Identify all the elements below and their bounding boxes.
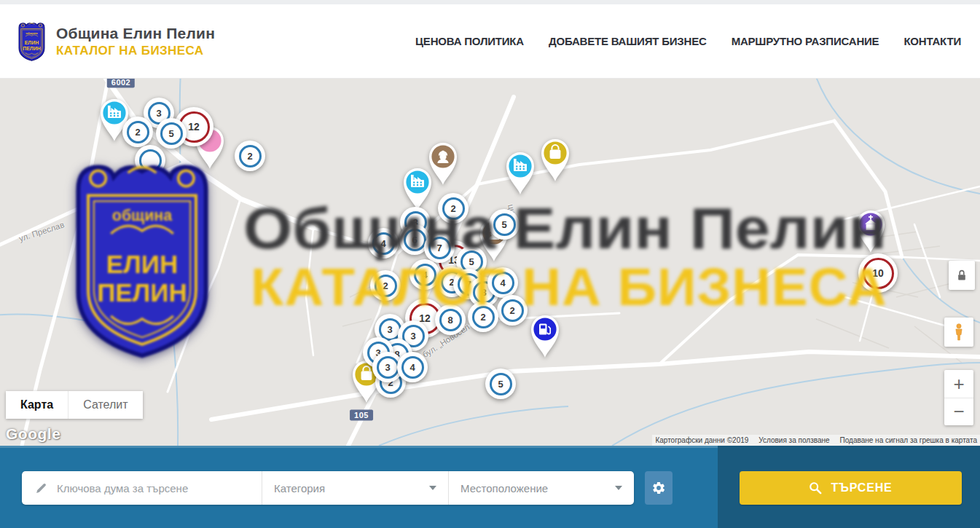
cluster-marker[interactable]: 2	[468, 302, 498, 332]
svg-text:ПЕЛИН: ПЕЛИН	[23, 45, 41, 50]
chevron-down-icon	[429, 486, 436, 490]
main-nav: ЦЕНОВА ПОЛИТИКА ДОБАВЕТЕ ВАШИЯТ БИЗНЕС М…	[415, 35, 961, 47]
cluster-marker[interactable]: 5	[156, 118, 187, 149]
terms-link[interactable]: Условия за ползване	[758, 436, 829, 444]
cluster-marker[interactable]	[135, 145, 165, 176]
svg-text:ЕЛИН: ЕЛИН	[25, 39, 39, 44]
pencil-icon	[35, 482, 47, 494]
zoom-in-button[interactable]: +	[944, 370, 973, 398]
cluster-marker[interactable]: 2	[438, 193, 469, 224]
search-icon	[809, 481, 822, 494]
cluster-marker[interactable]: 4	[409, 259, 440, 290]
site-subtitle: КАТАЛОГ НА БИЗНЕСА	[56, 44, 215, 58]
search-bar: Категория Местоположение ТЪРСЕНЕ	[0, 446, 980, 528]
nav-link-timetable[interactable]: МАРШРУТНО РАЗПИСАНИЕ	[732, 35, 879, 47]
gear-icon	[651, 481, 666, 495]
cluster-marker[interactable]: 2	[122, 117, 153, 147]
report-error-link[interactable]: Подаване на сигнал за грешка в картата	[840, 436, 977, 444]
search-group: Категория Местоположение	[22, 471, 634, 505]
municipality-crest-icon: община ЕЛИН ПЕЛИН	[16, 20, 47, 63]
keyword-input[interactable]	[57, 482, 262, 494]
header: община ЕЛИН ПЕЛИН Община Елин Пелин КАТА…	[0, 4, 980, 79]
cluster-marker[interactable]: 5	[485, 369, 516, 399]
map-type-control: Карта Сателит	[6, 391, 143, 419]
nav-link-pricing[interactable]: ЦЕНОВА ПОЛИТИКА	[415, 35, 524, 47]
cluster-marker[interactable]: 2	[235, 141, 265, 171]
search-button[interactable]: ТЪРСЕНЕ	[740, 471, 962, 505]
pegman-icon	[951, 323, 967, 342]
nav-link-contacts[interactable]: КОНТАКТИ	[903, 35, 961, 47]
svg-text:община: община	[26, 31, 38, 34]
map-cluster-layer: 123252235641375422784221283383234510	[0, 79, 980, 446]
nav-link-add-business[interactable]: ДОБАВЕТЕ ВАШИЯТ БИЗНЕС	[549, 35, 707, 47]
cluster-marker[interactable]: 10	[858, 253, 898, 293]
chevron-down-icon	[615, 486, 622, 490]
cluster-marker[interactable]: 4	[487, 267, 518, 298]
map-type-map-button[interactable]: Карта	[6, 391, 68, 419]
location-select[interactable]: Местоположение	[448, 471, 634, 505]
street-view-pegman-button[interactable]	[944, 318, 973, 347]
advanced-settings-button[interactable]	[645, 471, 673, 505]
cluster-marker[interactable]: 2	[370, 270, 401, 301]
site-title: Община Елин Пелин	[56, 25, 215, 42]
map-attribution: Картографски данни ©2019 Условия за полз…	[652, 435, 980, 446]
attribution-copyright: Картографски данни ©2019	[655, 436, 748, 444]
zoom-out-button[interactable]: −	[944, 398, 973, 426]
brand-logo[interactable]: община ЕЛИН ПЕЛИН Община Елин Пелин КАТА…	[16, 20, 215, 63]
cluster-marker[interactable]: 5	[489, 209, 520, 240]
google-logo[interactable]: Google	[6, 425, 60, 443]
category-select[interactable]: Категория	[262, 471, 448, 505]
lock-button[interactable]	[949, 261, 975, 290]
lock-icon	[956, 269, 968, 282]
cluster-marker[interactable]: 4	[368, 228, 399, 259]
zoom-control: + −	[944, 370, 973, 425]
cluster-marker[interactable]: 2	[497, 295, 528, 326]
map-canvas[interactable]: 6002105ул. Преславбул. „Новоселция 12325…	[0, 79, 980, 446]
cluster-marker[interactable]: 4	[397, 352, 428, 382]
map-type-satellite-button[interactable]: Сателит	[68, 391, 142, 419]
cluster-marker[interactable]: 7	[424, 232, 455, 263]
keyword-segment	[22, 471, 262, 505]
cluster-marker[interactable]: 8	[435, 304, 466, 335]
